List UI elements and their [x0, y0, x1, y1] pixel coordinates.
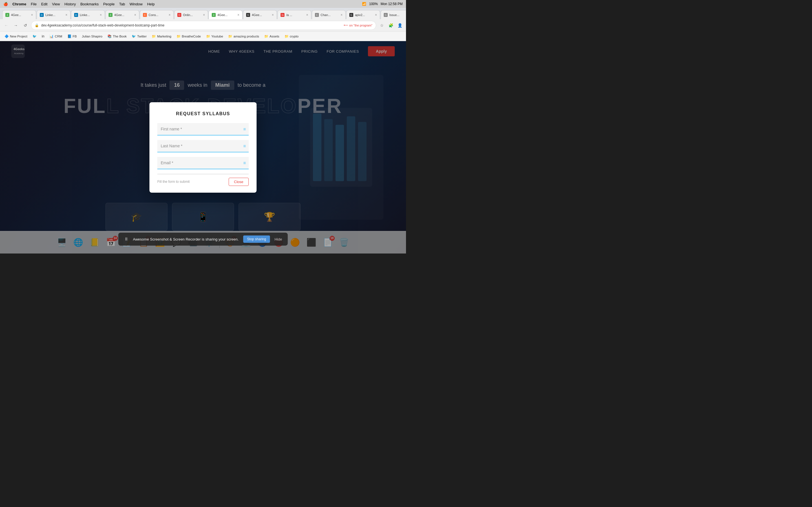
wifi-icon: 📶	[362, 2, 366, 6]
bookmark-twitter[interactable]: 🐦 Twitter	[130, 34, 149, 39]
email-input[interactable]	[157, 157, 249, 169]
tab-5[interactable]: C Cons... ×	[140, 10, 174, 19]
bookmark-new-project[interactable]: 🔷 New Project	[2, 34, 30, 39]
extensions-button[interactable]: 🧩	[387, 21, 395, 29]
bookmark-icon-linkedin2: in	[42, 34, 44, 38]
bookmark-the-book[interactable]: 📚 The Book	[105, 34, 129, 39]
file-menu[interactable]: File	[31, 2, 37, 6]
tab-12[interactable]: G Issue... ×	[380, 10, 406, 19]
hide-button[interactable]: Hide	[274, 237, 282, 241]
tab-close-1[interactable]: ×	[31, 13, 33, 17]
email-field-icon: ≡	[243, 161, 246, 166]
tab-title-8: 4Gee...	[252, 13, 269, 17]
first-name-field-wrapper: ≡	[157, 123, 249, 135]
bookmark-label-amazing: amazing products	[234, 35, 259, 38]
bookmark-breathecode[interactable]: 📁 BreatheCode	[174, 34, 203, 39]
tab-11[interactable]: G apiv2... ×	[346, 10, 380, 19]
tab-close-11[interactable]: ×	[375, 13, 377, 17]
tab-title-4: 4Gee...	[114, 13, 132, 17]
edit-menu[interactable]: Edit	[41, 2, 47, 6]
bookmark-icon-crm: 📊	[49, 34, 54, 38]
tab-title-1: 4Gee...	[11, 13, 28, 17]
history-menu[interactable]: History	[64, 2, 75, 6]
tab-title-10: Chan...	[320, 13, 338, 17]
bookmark-label-crypto: crypto	[290, 35, 299, 38]
tab-6[interactable]: O Onlin... ×	[174, 10, 208, 19]
stop-sharing-button[interactable]: Stop sharing	[243, 235, 270, 243]
bookmark-assets[interactable]: 📁 Assets	[262, 34, 282, 39]
bookmark-label-julian: Julian Shapiro	[82, 35, 102, 38]
tab-favicon-1: 4	[5, 13, 9, 17]
modal-close-button[interactable]: Close	[229, 178, 249, 186]
bookmark-julian[interactable]: Julian Shapiro	[80, 34, 105, 39]
bookmark-linkedin2[interactable]: in	[40, 34, 47, 39]
tab-1[interactable]: 4 4Gee... ×	[2, 10, 36, 19]
tab-close-10[interactable]: ×	[341, 13, 343, 17]
profile-button[interactable]: 👤	[396, 21, 404, 29]
chrome-window: 4 4Gee... × in Linke... × in Linke... × …	[0, 8, 406, 253]
clock: Mon 12:58 PM	[380, 2, 403, 6]
last-name-input[interactable]	[157, 140, 249, 152]
address-bar[interactable]: 🔒 dev.4geeksacademy.co/us/course/full-st…	[31, 21, 376, 30]
apple-menu[interactable]: 🍎	[3, 2, 8, 6]
last-name-field-wrapper: ≡	[157, 140, 249, 152]
tab-close-5[interactable]: ×	[168, 13, 170, 17]
menubar: 🍎 Chrome File Edit View History Bookmark…	[0, 0, 406, 8]
tab-4[interactable]: 4 4Gee... ×	[105, 10, 139, 19]
bookmark-icon-assets: 📁	[264, 34, 268, 38]
sharing-banner: ⏸ Awesome Screenshot & Screen Recorder i…	[118, 233, 288, 245]
help-menu[interactable]: Help	[147, 2, 155, 6]
bookmark-icon-breathecode: 📁	[176, 34, 181, 38]
bookmarks-menu[interactable]: Bookmarks	[80, 2, 99, 6]
tab-favicon-6: O	[177, 13, 181, 17]
form-footer: Fill the form to submit Close	[157, 174, 249, 186]
tab-close-6[interactable]: ×	[203, 13, 205, 17]
tab-close-2[interactable]: ×	[65, 13, 67, 17]
window-menu[interactable]: Window	[130, 2, 142, 6]
tab-9[interactable]: /a /a ... ×	[277, 10, 311, 19]
people-menu[interactable]: People	[103, 2, 114, 6]
back-button[interactable]: ←	[2, 21, 10, 29]
form-hint: Fill the form to submit	[157, 180, 190, 184]
tab-favicon-11: G	[349, 13, 353, 17]
bookmark-label-the-book: The Book	[113, 35, 126, 38]
tab-favicon-8: G	[246, 13, 250, 17]
tab-close-9[interactable]: ×	[306, 13, 308, 17]
tab-close-4[interactable]: ×	[134, 13, 136, 17]
bookmark-fb[interactable]: 📘 FB	[65, 34, 79, 39]
forward-button[interactable]: →	[12, 21, 20, 29]
tab-title-5: Cons...	[149, 13, 166, 17]
tab-close-8[interactable]: ×	[272, 13, 274, 17]
bookmark-icon-the-book: 📚	[107, 34, 112, 38]
annotation-text: on "the program"	[349, 24, 372, 27]
bookmark-marketing[interactable]: 📁 Marketing	[149, 34, 174, 39]
bookmark-label-new-project: New Project	[10, 35, 28, 38]
tab-favicon-2: in	[40, 13, 44, 17]
bookmark-star[interactable]: ☆	[378, 21, 386, 29]
tab-close-3[interactable]: ×	[100, 13, 102, 17]
tab-favicon-9: /a	[281, 13, 285, 17]
first-name-input[interactable]	[157, 123, 249, 135]
tab-menu[interactable]: Tab	[119, 2, 125, 6]
tab-3[interactable]: in Linke... ×	[71, 10, 105, 19]
bookmark-crm[interactable]: 📊 CRM	[47, 34, 64, 39]
bookmark-label-youtube: Youtube	[211, 35, 223, 38]
bookmark-linkedin[interactable]: 🐦	[30, 34, 39, 39]
bookmark-youtube[interactable]: 📁 Youtube	[204, 34, 225, 39]
app-name[interactable]: Chrome	[12, 2, 26, 6]
tab-2[interactable]: in Linke... ×	[37, 10, 70, 19]
email-field-wrapper: ≡	[157, 157, 249, 169]
tab-favicon-7: 4	[212, 13, 216, 17]
address-url[interactable]: dev.4geeksacademy.co/us/course/full-stac…	[41, 23, 342, 27]
tab-title-12: Issue...	[389, 13, 406, 17]
tab-close-7[interactable]: ×	[238, 13, 239, 17]
view-menu[interactable]: View	[52, 2, 60, 6]
tab-title-2: Linke...	[45, 13, 63, 17]
bookmark-crypto[interactable]: 📁 crypto	[282, 34, 301, 39]
tab-7[interactable]: 4 4Gee... ×	[209, 10, 243, 19]
website-background: 4Geeks Academy HOME WHY 4GEEKS THE PROGR…	[0, 41, 406, 253]
tab-8[interactable]: G 4Gee... ×	[243, 10, 277, 19]
reload-button[interactable]: ↺	[21, 21, 29, 29]
tab-10[interactable]: C Chan... ×	[312, 10, 346, 19]
bookmark-amazing[interactable]: 📁 amazing products	[226, 34, 261, 39]
